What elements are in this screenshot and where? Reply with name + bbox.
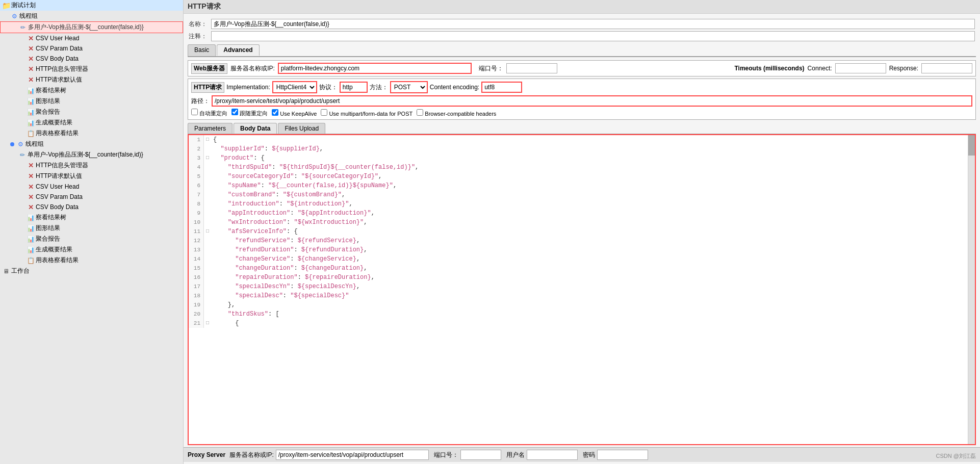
x-icon-9: ✕ <box>27 193 35 201</box>
tree-item-summary-result-1[interactable]: 📊 生成概要结果 <box>0 117 183 128</box>
checkbox-multipart[interactable] <box>321 109 327 116</box>
tree-item-csv-body-data-2[interactable]: ✕ CSV Body Data <box>0 202 183 212</box>
tree-item-single-user-vop[interactable]: ✏ 单用户-Vop推品压测-${__counter(false,id)} <box>0 149 183 160</box>
tree-item-http-default-2[interactable]: ✕ HTTP请求默认值 <box>0 171 183 182</box>
line-content-19: }, <box>211 300 235 310</box>
proxy-port-input[interactable] <box>460 450 501 460</box>
response-input[interactable] <box>921 63 972 73</box>
tree-item-http-info-manager[interactable]: ✕ HTTP信息头管理器 <box>0 64 183 74</box>
right-panel: HTTP请求 名称： 注释： Basic Advanced <box>184 0 980 464</box>
line-content-4: "thirdSpuId": "${thirdSpuId}${__counter(… <box>211 163 419 172</box>
tree-item-result-tree-1[interactable]: 📊 察看结果树 <box>0 85 183 96</box>
line-num-18: 18 <box>189 291 204 300</box>
x-icon-1: ✕ <box>27 34 35 42</box>
fold-15 <box>204 264 211 273</box>
tree-item-graph-result-2[interactable]: 📊 图形结果 <box>0 223 183 234</box>
tree-label-csv-param-data-2: CSV Param Data <box>36 193 83 200</box>
tree-item-multi-user-vop[interactable]: ✏ 多用户-Vop推品压测-${__counter(false,id)} <box>0 21 183 33</box>
sub-tab-body-data[interactable]: Body Data <box>234 123 277 134</box>
fold-10 <box>204 218 211 227</box>
path-input[interactable] <box>212 95 972 107</box>
checkbox-follow-redirect[interactable] <box>231 109 238 115</box>
code-line-3: 3 □ "product": { <box>189 153 975 163</box>
name-input[interactable] <box>211 19 975 29</box>
fold-20 <box>204 310 211 319</box>
table-icon-2: 📋 <box>27 256 35 265</box>
line-num-16: 16 <box>189 273 204 282</box>
checkbox-keepalive-label: Use KeepAlive <box>272 109 317 117</box>
tree-item-result-tree-2[interactable]: 📊 察看结果树 <box>0 212 183 223</box>
encoding-input[interactable] <box>481 82 522 93</box>
code-line-6: 6 "spuName": "${__counter(false,id)}${sp… <box>189 181 975 190</box>
tree-item-table-result-1[interactable]: 📋 用表格察看结果 <box>0 128 183 139</box>
line-content-16: "repaireDuration": ${repaireDuration}, <box>211 273 375 282</box>
checkbox-browser-headers-text: Browser-compatible headers <box>425 111 496 117</box>
tree-item-csv-param-data[interactable]: ✕ CSV Param Data <box>0 43 183 54</box>
tree-item-table-result-2[interactable]: 📋 用表格察看结果 <box>0 255 183 266</box>
tree-item-graph-result-1[interactable]: 📊 图形结果 <box>0 96 183 107</box>
tree-label-workbench: 工作台 <box>11 267 30 275</box>
sub-tab-parameters[interactable]: Parameters <box>188 123 233 134</box>
method-select[interactable]: POST GET PUT DELETE <box>391 82 427 92</box>
code-line-17: 17 "specialDescYn": ${specialDescYn}, <box>189 282 975 291</box>
method-label: 方法： <box>370 83 388 92</box>
checkbox-keepalive[interactable] <box>272 109 278 116</box>
tree-label-single-user-vop: 单用户-Vop推品压测-${__counter(false,id)} <box>28 150 143 159</box>
proxy-server-input[interactable] <box>276 450 429 460</box>
tree-label-table-result-1: 用表格察看结果 <box>36 129 79 138</box>
line-num-2: 2 <box>189 144 204 153</box>
proxy-server-section: Proxy Server 服务器名称或IP: 端口号： 用户名 密码 <box>184 447 980 462</box>
scrollbar-thumb[interactable] <box>968 135 975 156</box>
web-server-section: Web服务器 服务器名称或IP: 端口号： Timeouts (millisec… <box>188 60 976 76</box>
tree-item-workbench[interactable]: 🖥 工作台 <box>0 266 183 276</box>
fold-14 <box>204 254 211 264</box>
tree-item-agg-report-2[interactable]: 📊 聚合报告 <box>0 234 183 244</box>
tree-item-csv-body-data[interactable]: ✕ CSV Body Data <box>0 54 183 64</box>
tree-item-csv-user-head-2[interactable]: ✕ CSV User Head <box>0 182 183 192</box>
checkbox-auto-redirect[interactable] <box>191 109 198 115</box>
proxy-user-input[interactable] <box>527 450 578 460</box>
line-content-9: "appIntroduction": "${appIntroduction}", <box>211 209 375 218</box>
port-input[interactable] <box>506 63 557 73</box>
comment-input[interactable] <box>211 31 975 41</box>
tree-label-agg-report-2: 聚合报告 <box>36 235 60 243</box>
proxy-password-input[interactable] <box>597 450 648 460</box>
fold-3[interactable]: □ <box>204 153 211 163</box>
tree-item-thread-group-1[interactable]: ⚙ 线程组 <box>0 11 183 21</box>
fold-21[interactable]: □ <box>204 319 211 328</box>
pencil-icon-1: ✏ <box>19 23 27 32</box>
checkbox-browser-headers[interactable] <box>417 109 423 116</box>
line-num-9: 9 <box>189 209 204 218</box>
sub-tab-files-upload[interactable]: Files Upload <box>278 123 325 134</box>
tree-item-http-default[interactable]: ✕ HTTP请求默认值 <box>0 74 183 85</box>
server-input[interactable] <box>278 63 472 74</box>
tab-advanced[interactable]: Advanced <box>217 44 259 56</box>
connect-input[interactable] <box>835 63 886 73</box>
tree-item-csv-user-head[interactable]: ✕ CSV User Head <box>0 33 183 43</box>
impl-select[interactable]: HttpClient4 <box>273 82 316 92</box>
tree-item-test-plan[interactable]: 📁 测试计划 <box>0 0 183 11</box>
tree-item-agg-report-1[interactable]: 📊 聚合报告 <box>0 107 183 117</box>
tree-item-summary-result-2[interactable]: 📊 生成概要结果 <box>0 244 183 255</box>
fold-18 <box>204 291 211 300</box>
fold-11[interactable]: □ <box>204 227 211 236</box>
line-num-8: 8 <box>189 199 204 209</box>
line-content-17: "specialDescYn": ${specialDescYn}, <box>211 282 360 291</box>
chart-icon-3: 📊 <box>27 108 35 116</box>
tree-item-thread-group-2[interactable]: ⚙ 线程组 <box>0 139 183 149</box>
tree-item-http-info-manager-2[interactable]: ✕ HTTP信息头管理器 <box>0 160 183 171</box>
protocol-label: 协议： <box>319 83 338 92</box>
tab-basic[interactable]: Basic <box>188 44 216 56</box>
line-content-18: "specialDesc": "${specialDesc}" <box>211 291 349 300</box>
tree-item-csv-param-data-2[interactable]: ✕ CSV Param Data <box>0 192 183 202</box>
response-label: Response: <box>889 65 918 72</box>
port-label: 端口号： <box>479 64 503 73</box>
chart-icon-8: 📊 <box>27 246 35 254</box>
code-line-18: 18 "specialDesc": "${specialDesc}" <box>189 291 975 300</box>
fold-1[interactable]: □ <box>204 135 211 144</box>
code-line-19: 19 }, <box>189 300 975 310</box>
name-section: 名称： 注释： <box>184 16 980 44</box>
tree-label-csv-user-head-2: CSV User Head <box>36 183 79 190</box>
code-editor[interactable]: 1 □ { 2 "supplierId": ${supplierId}, 3 □ <box>189 135 975 444</box>
protocol-input[interactable] <box>340 82 368 93</box>
